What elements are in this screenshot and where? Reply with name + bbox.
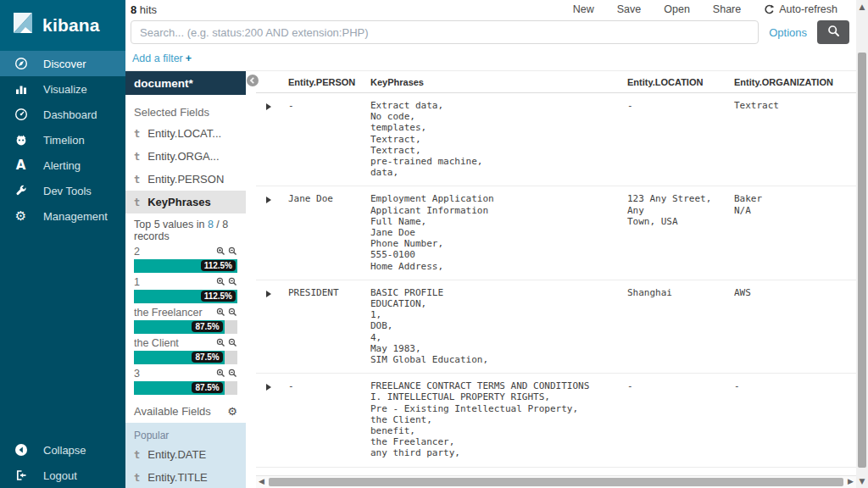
table-row: PRESIDENT BASIC PROFILEEDUCATION,1,DOB,4… (256, 280, 856, 374)
filter-for-value-icon[interactable] (216, 246, 225, 258)
index-pattern-selector[interactable]: document* (125, 71, 246, 95)
selected-fields-list: t Entity.LOCAT... t Entity.ORGA... t Ent… (125, 122, 246, 214)
kibana-app: kibana Discover Visualize Dashboard Time… (0, 0, 868, 488)
cell-entity-person: Jane Doe (288, 193, 370, 271)
filter-for-value-icon[interactable] (216, 307, 225, 319)
field-item-entity-title[interactable]: t Entity.TITLE (134, 466, 237, 488)
scroll-left-icon[interactable]: ◀ (259, 477, 264, 485)
field-item-entity-date[interactable]: t Entity.DATE (134, 443, 237, 466)
sidebar-item-label: Logout (43, 469, 77, 482)
results-table-area: Entity.PERSONKeyPhrasesEntity.LOCATIONEn… (246, 71, 856, 488)
search-button[interactable] (817, 20, 849, 44)
column-header-entity-organization[interactable]: Entity.ORGANIZATION (734, 77, 856, 87)
options-link[interactable]: Options (769, 26, 807, 39)
vertical-scrollbar: ▲ ▼ (856, 0, 868, 488)
timelion-icon (14, 133, 28, 147)
expand-row-icon[interactable] (256, 380, 288, 458)
add-filter-link[interactable]: Add a filter+ (132, 53, 192, 64)
sidebar-item-alerting[interactable]: A Alerting (0, 152, 125, 178)
hits-value: 8 (131, 3, 136, 16)
auto-refresh-menu-item[interactable]: Auto-refresh (764, 3, 837, 15)
field-name: Entity.LOCAT... (147, 127, 221, 140)
field-value-label: 2 (134, 246, 140, 258)
field-value-row: 1 112.5% (134, 274, 237, 303)
query-bar: Options (125, 19, 856, 46)
field-name: Entity.TITLE (147, 471, 208, 484)
sidebar-item-label: Discover (43, 58, 86, 70)
table-body: - Extract data,No code,templates,Textrac… (256, 93, 856, 474)
expand-row-icon[interactable] (256, 193, 288, 271)
compass-icon (14, 57, 28, 71)
nav-list: Discover Visualize Dashboard Timelion A … (0, 51, 125, 229)
field-item-entity-orga[interactable]: t Entity.ORGA... (125, 145, 246, 168)
new-menu-item[interactable]: New (573, 3, 594, 15)
popular-fields-list: t Entity.DATE t Entity.TITLE t s3link (134, 443, 237, 488)
search-input[interactable] (131, 20, 759, 44)
sidebar-item-logout[interactable]: Logout (0, 463, 125, 488)
scroll-right-icon[interactable]: ▶ (848, 477, 854, 485)
fields-panel: document* Selected Fields t Entity.LOCAT… (125, 71, 246, 488)
topbar: 8 hits NewSaveOpenShare Auto-refresh (125, 0, 856, 19)
field-item-entity-locat[interactable]: t Entity.LOCAT... (125, 122, 246, 145)
sidebar-item-collapse[interactable]: Collapse (0, 437, 125, 463)
column-header-keyphrases[interactable]: KeyPhrases (370, 77, 627, 87)
collapse-sidebar-icon[interactable] (247, 75, 259, 86)
filter-out-value-icon[interactable] (228, 246, 237, 258)
sidebar-item-label: Dev Tools (43, 185, 92, 197)
value-bar-track: 87.5% (134, 381, 237, 395)
expand-row-icon[interactable] (256, 287, 288, 365)
table-row-partial: Jeff B - - (256, 468, 856, 474)
sidebar-item-dev-tools[interactable]: Dev Tools (0, 178, 125, 203)
save-menu-item[interactable]: Save (617, 3, 642, 15)
field-value-label: 1 (134, 276, 140, 288)
field-stats-bars: 2 112.5% 1 112.5% (134, 244, 237, 395)
sidebar-item-timelion[interactable]: Timelion (0, 127, 125, 152)
filter-out-value-icon[interactable] (228, 337, 237, 350)
open-menu-item[interactable]: Open (664, 3, 690, 15)
sidebar-item-management[interactable]: ⚙ Management (0, 203, 125, 229)
cell-entity-person: - (288, 380, 370, 458)
filter-out-value-icon[interactable] (228, 368, 237, 380)
horizontal-scrollbar-thumb[interactable] (269, 478, 843, 486)
vertical-scrollbar-thumb[interactable] (858, 53, 866, 468)
kibana-logo-text: kibana (42, 15, 100, 36)
records-link[interactable]: 8 (208, 219, 214, 230)
cell-entity-organization: Textract (734, 100, 856, 178)
main-area: 8 hits NewSaveOpenShare Auto-refresh Opt… (125, 0, 856, 488)
expand-row-icon[interactable] (256, 100, 288, 178)
sidebar-item-label: Collapse (43, 444, 86, 457)
alerting-icon: A (14, 158, 28, 173)
cell-entity-location: - (627, 100, 734, 178)
field-item-keyphrases[interactable]: t KeyPhrases (125, 191, 246, 214)
field-value-row: the Freelancer 87.5% (134, 305, 237, 334)
field-type-icon: t (134, 472, 140, 484)
value-percent-badge: 87.5% (192, 352, 222, 363)
scroll-down-icon[interactable]: ▼ (856, 477, 868, 485)
available-fields-header: Available Fields ⚙ (125, 398, 246, 423)
popular-fields-section: Popular t Entity.DATE t Entity.TITLE t s… (125, 423, 246, 488)
field-item-entity-person[interactable]: t Entity.PERSON (125, 168, 246, 191)
filter-out-value-icon[interactable] (228, 276, 237, 289)
field-name: Entity.ORGA... (147, 150, 219, 163)
scroll-up-icon[interactable]: ▲ (856, 3, 868, 11)
sidebar-item-visualize[interactable]: Visualize (0, 76, 125, 102)
value-bar-fill: 87.5% (134, 320, 225, 334)
field-value-row: 2 112.5% (134, 244, 237, 273)
kibana-logo[interactable]: kibana (0, 0, 125, 51)
table-row: - Extract data,No code,templates,Textrac… (256, 93, 856, 186)
filter-for-value-icon[interactable] (216, 368, 225, 380)
filter-for-value-icon[interactable] (216, 337, 225, 350)
cell-entity-person: - (288, 100, 370, 178)
filter-for-value-icon[interactable] (216, 276, 225, 289)
column-header-entity-location[interactable]: Entity.LOCATION (627, 77, 734, 87)
sidebar-item-label: Timelion (43, 134, 85, 147)
value-bar-fill: 112.5% (134, 290, 237, 303)
share-menu-item[interactable]: Share (713, 3, 741, 15)
filter-out-value-icon[interactable] (228, 307, 237, 319)
column-header-entity-person[interactable]: Entity.PERSON (288, 77, 370, 87)
cell-keyphrases: Employment ApplicationApplicant Informat… (370, 193, 627, 271)
cell-keyphrases: Extract data,No code,templates,Textract,… (370, 100, 627, 178)
sidebar-item-discover[interactable]: Discover (0, 51, 125, 76)
field-settings-gear-icon[interactable]: ⚙ (227, 405, 237, 418)
sidebar-item-dashboard[interactable]: Dashboard (0, 102, 125, 127)
